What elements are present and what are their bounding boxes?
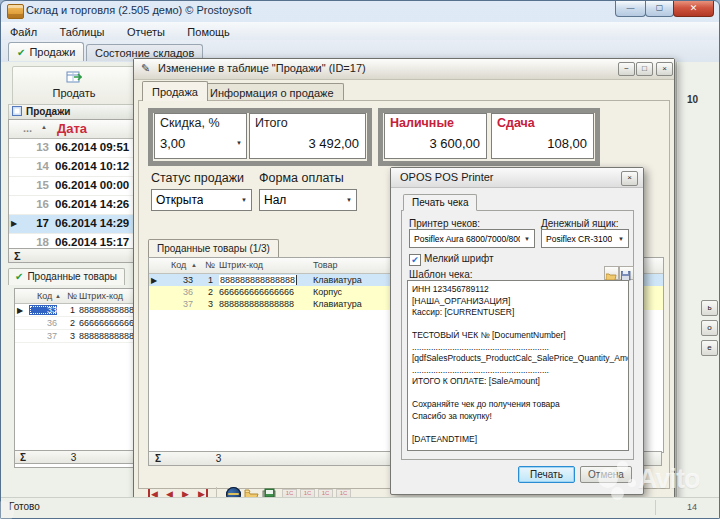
sort-asc-icon: ▲ — [191, 262, 197, 268]
discount-label-text: Скидка, % — [160, 116, 220, 130]
cell-code: 36 — [163, 287, 193, 297]
dialog-close-button[interactable]: × — [656, 62, 673, 76]
column-barcode[interactable]: Штрих-код — [219, 260, 263, 270]
row-id: 14 — [9, 160, 49, 172]
screen: Склад и торговля (2.505 демо) © Prostoys… — [0, 0, 720, 519]
tab-sold-items-dialog[interactable]: Проданные товары (1/3) — [148, 239, 279, 257]
row-id: 17 — [9, 217, 49, 229]
table-row-selected[interactable]: ▶ 33 1 888888888888888 — [15, 304, 142, 317]
opos-close-button[interactable]: × — [621, 171, 638, 186]
tab-sales[interactable]: ✔Продажи — [8, 42, 84, 61]
payment-form-combobox[interactable]: Нал ▼ — [259, 189, 357, 211]
column-date[interactable]: Дата — [57, 121, 87, 136]
sigma-label: Σ — [14, 250, 21, 262]
tab-print-receipt[interactable]: Печать чека — [403, 194, 477, 211]
selected-row-marker-icon: ▶ — [17, 306, 23, 315]
print-button[interactable]: Печать — [518, 466, 575, 483]
cash-field[interactable]: 3 600,00 — [384, 132, 487, 159]
table-row[interactable]: 18 06.2014 15:17 — [9, 234, 142, 249]
tab-sold-items[interactable]: ✔Проданные товары — [8, 268, 125, 285]
dialog-maximize-button[interactable]: □ — [636, 62, 653, 76]
app-icon — [7, 4, 24, 19]
row-date: 06.2014 09:51 — [55, 141, 129, 153]
sales-table-header[interactable]: ... ▲ Дата — [9, 120, 142, 139]
opos-printer-dialog: OPOS POS Printer × Печать чека Принтер ч… — [390, 167, 644, 495]
cell-code: 37 — [29, 331, 57, 341]
receipt-template-textarea[interactable]: ИНН 123456789112 [НАША_ОРГАНИЗАЦИЯ] Касс… — [407, 280, 629, 451]
cell-barcode: 666666666666666 — [219, 287, 307, 297]
window-title: Склад и торговля (2.505 демо) © Prostoys… — [26, 4, 252, 16]
template-line: ИНН 123456789112 — [412, 284, 628, 296]
load-template-folder-icon[interactable] — [604, 266, 619, 280]
opos-title: OPOS POS Printer — [400, 171, 494, 183]
column-product[interactable]: Товар — [313, 260, 338, 270]
side-button-label: о — [707, 323, 711, 332]
dialog-minimize-button[interactable]: − — [618, 62, 635, 76]
cell-code: 33 — [29, 305, 57, 315]
table-row[interactable]: 13 06.2014 09:51 — [9, 139, 142, 158]
row-id: 18 — [9, 236, 49, 248]
sigma-label: Σ — [155, 453, 161, 464]
sold-items-header[interactable]: Код ▲ № Штрих-код — [15, 289, 142, 304]
printer-combobox[interactable]: Posiflex Aura 6800/7000/8000 ▼ — [409, 229, 535, 248]
column-barcode[interactable]: Штрих-код — [79, 291, 123, 301]
table-row[interactable]: 16 06.2014 14:26 — [9, 196, 142, 215]
cell-code: 36 — [29, 318, 57, 328]
sort-asc-icon: ▲ — [55, 293, 61, 299]
template-line: [qdfSalesProducts_ProductCalc_SalePrice_… — [412, 353, 628, 365]
row-id: 13 — [9, 141, 49, 153]
table-row[interactable]: 37 3 888888888888888 — [15, 330, 142, 343]
table-row[interactable]: 36 2 666666666666666 — [15, 317, 142, 330]
tab-sale-info[interactable]: Информация о продаже — [200, 83, 344, 101]
pencil-icon: ✎ — [141, 62, 150, 75]
sell-button[interactable]: Продать — [12, 66, 136, 105]
column-code[interactable]: Код — [171, 260, 186, 270]
sigma-value: 3 — [216, 453, 222, 464]
cash-drawer-value: Posiflex CR-3100 — [542, 234, 612, 244]
total-field[interactable]: 3 492,00 — [249, 132, 366, 159]
cell-barcode: 888888888888888 — [219, 299, 307, 309]
change-field[interactable]: 108,00 — [491, 132, 594, 159]
menu-help[interactable]: Помощь — [178, 24, 239, 38]
cell-barcode: 666666666666666 — [79, 318, 139, 328]
column-num[interactable]: № — [67, 291, 77, 301]
side-button-fragment[interactable]: о — [701, 320, 718, 336]
table-row[interactable]: 14 06.2014 10:12 — [9, 158, 142, 177]
template-line: ........................................… — [412, 342, 628, 354]
sale-status-value: Открыта — [152, 193, 203, 207]
menubar: Файл Таблицы Отчеты Помощь — [1, 22, 719, 41]
column-num[interactable]: № — [205, 260, 215, 270]
minimize-button[interactable]: — — [615, 1, 646, 17]
template-line: ТЕСТОВЫЙ ЧЕК № [DocumentNumber] — [412, 330, 628, 342]
menu-tables[interactable]: Таблицы — [51, 24, 114, 38]
save-template-icon[interactable] — [619, 266, 634, 280]
sale-status-label: Статус продажи — [151, 171, 244, 185]
export-1c-label: 1С — [340, 490, 348, 496]
checkbox-check-icon: ✔ — [411, 255, 419, 265]
status-bar: Готово 14 — [1, 497, 719, 518]
column-id[interactable]: ... — [23, 122, 32, 134]
export-1c-label: 1С — [304, 490, 312, 496]
cancel-button[interactable]: Отмена — [580, 466, 632, 483]
maximize-button[interactable]: ▢ — [645, 1, 674, 17]
small-font-checkbox[interactable]: ✔ — [409, 254, 421, 266]
row-id: 15 — [9, 179, 49, 191]
menu-file[interactable]: Файл — [1, 24, 46, 38]
discount-combobox[interactable]: 3,00 ▼ — [154, 132, 247, 159]
tab-sale-label: Продажа — [152, 86, 198, 98]
side-button-fragment[interactable]: ь — [701, 300, 718, 316]
column-code[interactable]: Код — [37, 291, 52, 301]
cash-drawer-combobox[interactable]: Posiflex CR-3100 ▼ — [541, 229, 629, 248]
side-button-label: ь — [707, 303, 711, 312]
table-row[interactable]: 15 06.2014 00:00 — [9, 177, 142, 196]
sale-status-combobox[interactable]: Открыта ▼ — [151, 189, 252, 211]
menu-reports[interactable]: Отчеты — [118, 24, 174, 38]
template-line — [412, 319, 628, 331]
close-button[interactable]: ✕ — [673, 1, 714, 17]
cell-barcode-focused[interactable]: 888888888888888 — [219, 275, 296, 285]
pagination-fragment: 10 — [687, 94, 698, 105]
tab-sale[interactable]: Продажа — [142, 81, 208, 101]
change-value: 108,00 — [547, 136, 587, 151]
side-button-fragment[interactable]: е — [701, 340, 718, 356]
table-row-selected[interactable]: ▶ 17 06.2014 14:29 — [9, 215, 142, 234]
